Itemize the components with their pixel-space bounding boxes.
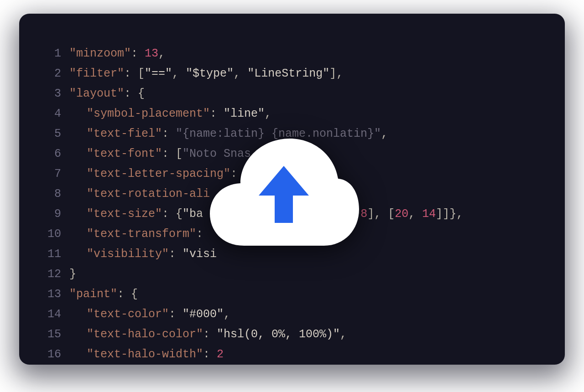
code-token: "==" xyxy=(145,67,172,80)
code-token: 13 xyxy=(145,47,158,60)
code-token: 20 xyxy=(395,207,408,221)
code-token: "filter" xyxy=(69,67,124,80)
code-token: "text-size" xyxy=(87,207,162,221)
code-line: 14"text-color": "#000", xyxy=(33,304,551,325)
code-token: "symbol-placement" xyxy=(87,107,210,120)
code-token: , xyxy=(158,47,165,60)
code-token: : [ xyxy=(124,67,145,80)
code-token: "hsl(0, 0%, 100%)" xyxy=(217,328,340,341)
code-token: , xyxy=(408,207,422,221)
line-content: "paint": { xyxy=(69,284,138,304)
line-content: "symbol-placement": "line", xyxy=(69,104,271,124)
code-token: "line" xyxy=(224,107,265,120)
code-token: "text-transform" xyxy=(87,227,196,241)
code-line: 3"layout": { xyxy=(33,84,551,104)
code-token: 8 xyxy=(360,207,367,221)
code-token: , xyxy=(234,67,247,80)
line-content: "text-halo-color": "hsl(0, 0%, 100%)", xyxy=(69,325,347,345)
line-content: "text-transform": xyxy=(69,224,203,244)
code-token: : { xyxy=(124,87,145,100)
line-number: 2 xyxy=(33,64,69,84)
code-token: "layout" xyxy=(69,87,124,100)
code-line: 12} xyxy=(33,264,551,284)
code-token: : xyxy=(210,107,224,120)
code-token: : xyxy=(196,227,203,241)
line-number: 10 xyxy=(33,224,69,244)
code-line: 2"filter": ["==", "$type", "LineString"]… xyxy=(33,64,551,84)
code-token: "#000" xyxy=(182,308,224,321)
line-number: 16 xyxy=(33,345,69,365)
line-content: "minzoom": 13, xyxy=(69,44,165,64)
code-token: , xyxy=(265,107,271,120)
code-line: 15"text-halo-color": "hsl(0, 0%, 100%)", xyxy=(33,325,551,345)
code-token: , xyxy=(340,328,347,341)
code-token: "text-color" xyxy=(87,308,169,321)
code-token: "text-font" xyxy=(87,147,162,160)
line-number: 15 xyxy=(33,325,69,345)
line-content: "text-halo-width": 2 xyxy=(69,345,224,365)
code-token: , xyxy=(172,67,186,80)
code-token: : xyxy=(169,308,182,321)
code-token: : { xyxy=(117,288,138,301)
code-token: 2 xyxy=(217,348,224,361)
line-number: 1 xyxy=(33,44,69,64)
code-token: , xyxy=(381,127,388,140)
code-token: "paint" xyxy=(69,288,117,301)
line-number: 7 xyxy=(33,164,69,184)
line-number: 8 xyxy=(33,184,69,204)
code-token: "minzoom" xyxy=(69,47,131,60)
line-number: 9 xyxy=(33,204,69,224)
line-content: "text-rotation-ali xyxy=(69,184,210,204)
code-token: ]]}, xyxy=(436,207,463,221)
code-token: : xyxy=(203,328,217,341)
code-token: , xyxy=(224,308,230,321)
code-token: "text-halo-color" xyxy=(87,328,203,341)
line-number: 13 xyxy=(33,284,69,304)
code-token: "visibility" xyxy=(87,248,169,261)
line-content: "filter": ["==", "$type", "LineString"], xyxy=(69,64,343,84)
line-content: } xyxy=(69,264,76,284)
code-line: 4"symbol-placement": "line", xyxy=(33,104,551,124)
code-token: ], [ xyxy=(367,207,395,221)
line-number: 12 xyxy=(33,264,69,284)
code-token: : xyxy=(169,248,182,261)
code-line: 13"paint": { xyxy=(33,284,551,304)
line-number: 4 xyxy=(33,104,69,124)
code-token: : { xyxy=(162,207,182,221)
code-token: "text-halo-width" xyxy=(87,348,203,361)
line-content: "text-color": "#000", xyxy=(69,304,230,325)
line-number: 11 xyxy=(33,244,69,264)
code-token: : [ xyxy=(162,147,182,160)
code-token: : xyxy=(203,348,217,361)
code-token: : xyxy=(131,47,145,60)
code-line: 16"text-halo-width": 2 xyxy=(33,345,551,365)
line-number: 14 xyxy=(33,304,69,325)
code-token: "$type" xyxy=(186,67,234,80)
line-number: 6 xyxy=(33,144,69,164)
code-token: "LineString" xyxy=(247,67,329,80)
code-token: 14 xyxy=(422,207,436,221)
cloud-upload-icon[interactable] xyxy=(208,134,360,250)
code-token: : xyxy=(162,127,176,140)
line-number: 3 xyxy=(33,84,69,104)
code-token: "text-rotation-ali xyxy=(87,187,210,201)
line-number: 5 xyxy=(33,124,69,144)
code-token: "text-fiel" xyxy=(87,127,162,140)
code-line: 1"minzoom": 13, xyxy=(33,44,551,64)
code-token: ], xyxy=(329,67,343,80)
line-content: "layout": { xyxy=(69,84,145,104)
code-token: } xyxy=(69,268,76,281)
line-content: "visibility": "visi xyxy=(69,244,217,264)
